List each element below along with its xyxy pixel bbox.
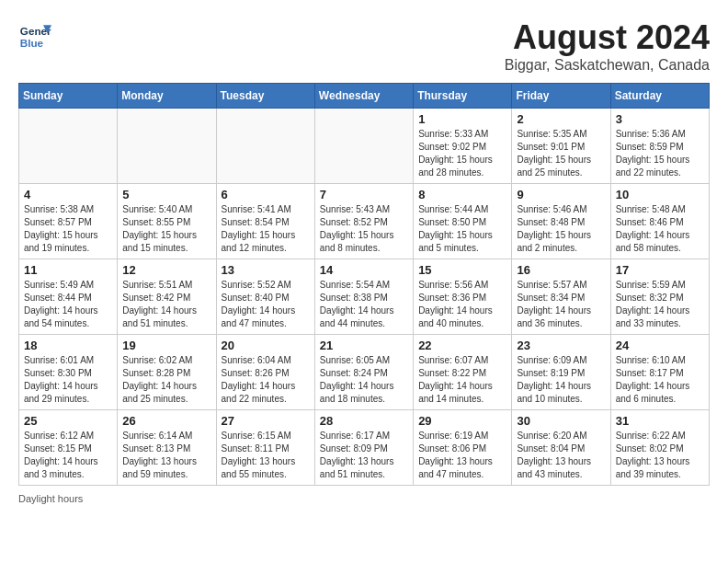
calendar-cell: 23Sunrise: 6:09 AMSunset: 8:19 PMDayligh… bbox=[512, 335, 610, 410]
calendar-cell bbox=[118, 109, 216, 184]
svg-text:Blue: Blue bbox=[20, 37, 44, 49]
day-info: Sunrise: 5:36 AMSunset: 8:59 PMDaylight:… bbox=[616, 128, 704, 179]
calendar-cell: 21Sunrise: 6:05 AMSunset: 8:24 PMDayligh… bbox=[314, 335, 413, 410]
day-info: Sunrise: 6:15 AMSunset: 8:11 PMDaylight:… bbox=[222, 430, 310, 481]
day-info: Sunrise: 5:35 AMSunset: 9:01 PMDaylight:… bbox=[517, 128, 605, 179]
day-number: 5 bbox=[122, 188, 210, 201]
day-header-monday: Monday bbox=[118, 84, 216, 109]
week-row-2: 4Sunrise: 5:38 AMSunset: 8:57 PMDaylight… bbox=[19, 184, 710, 259]
week-row-4: 18Sunrise: 6:01 AMSunset: 8:30 PMDayligh… bbox=[19, 335, 710, 410]
day-info: Sunrise: 6:19 AMSunset: 8:06 PMDaylight:… bbox=[418, 430, 506, 481]
day-number: 12 bbox=[122, 263, 210, 277]
week-row-5: 25Sunrise: 6:12 AMSunset: 8:15 PMDayligh… bbox=[19, 410, 710, 486]
day-number: 21 bbox=[320, 339, 408, 352]
calendar-cell: 14Sunrise: 5:54 AMSunset: 8:38 PMDayligh… bbox=[314, 259, 413, 335]
day-number: 15 bbox=[418, 263, 506, 277]
day-info: Sunrise: 5:49 AMSunset: 8:44 PMDaylight:… bbox=[24, 279, 112, 330]
calendar-cell: 25Sunrise: 6:12 AMSunset: 8:15 PMDayligh… bbox=[19, 410, 118, 486]
day-number: 6 bbox=[222, 188, 310, 201]
calendar-cell: 17Sunrise: 5:59 AMSunset: 8:32 PMDayligh… bbox=[610, 259, 709, 335]
calendar-cell: 1Sunrise: 5:33 AMSunset: 9:02 PMDaylight… bbox=[414, 109, 512, 184]
calendar-cell: 31Sunrise: 6:22 AMSunset: 8:02 PMDayligh… bbox=[610, 410, 709, 486]
calendar-cell: 10Sunrise: 5:48 AMSunset: 8:46 PMDayligh… bbox=[610, 184, 709, 259]
calendar-cell bbox=[314, 109, 413, 184]
logo-icon: General Blue bbox=[18, 18, 51, 52]
day-number: 9 bbox=[517, 188, 605, 201]
logo: General Blue bbox=[18, 18, 51, 52]
day-number: 16 bbox=[517, 263, 605, 277]
day-header-thursday: Thursday bbox=[414, 84, 512, 109]
day-number: 29 bbox=[418, 414, 506, 428]
day-info: Sunrise: 5:43 AMSunset: 8:52 PMDaylight:… bbox=[320, 203, 408, 255]
day-header-wednesday: Wednesday bbox=[314, 84, 413, 109]
footer-note: Daylight hours bbox=[18, 493, 710, 504]
day-info: Sunrise: 5:59 AMSunset: 8:32 PMDaylight:… bbox=[616, 279, 704, 330]
day-number: 25 bbox=[24, 414, 112, 428]
calendar-cell: 11Sunrise: 5:49 AMSunset: 8:44 PMDayligh… bbox=[19, 259, 118, 335]
day-number: 17 bbox=[616, 263, 704, 277]
day-info: Sunrise: 6:22 AMSunset: 8:02 PMDaylight:… bbox=[616, 430, 704, 481]
day-number: 1 bbox=[418, 112, 506, 126]
day-info: Sunrise: 5:54 AMSunset: 8:38 PMDaylight:… bbox=[320, 279, 408, 330]
calendar-cell: 29Sunrise: 6:19 AMSunset: 8:06 PMDayligh… bbox=[414, 410, 512, 486]
day-info: Sunrise: 5:38 AMSunset: 8:57 PMDaylight:… bbox=[24, 203, 112, 255]
day-number: 13 bbox=[222, 263, 310, 277]
title-area: August 2024 Biggar, Saskatchewan, Canada bbox=[505, 18, 710, 74]
day-number: 18 bbox=[24, 339, 112, 352]
day-info: Sunrise: 5:51 AMSunset: 8:42 PMDaylight:… bbox=[122, 279, 210, 330]
calendar-header: SundayMondayTuesdayWednesdayThursdayFrid… bbox=[19, 84, 710, 109]
day-number: 23 bbox=[517, 339, 605, 352]
day-info: Sunrise: 6:07 AMSunset: 8:22 PMDaylight:… bbox=[418, 354, 506, 406]
day-info: Sunrise: 6:10 AMSunset: 8:17 PMDaylight:… bbox=[616, 354, 704, 406]
day-info: Sunrise: 5:57 AMSunset: 8:34 PMDaylight:… bbox=[517, 279, 605, 330]
day-number: 30 bbox=[517, 414, 605, 428]
day-number: 22 bbox=[418, 339, 506, 352]
calendar-cell: 19Sunrise: 6:02 AMSunset: 8:28 PMDayligh… bbox=[118, 335, 216, 410]
calendar-cell: 6Sunrise: 5:41 AMSunset: 8:54 PMDaylight… bbox=[216, 184, 314, 259]
calendar-cell: 27Sunrise: 6:15 AMSunset: 8:11 PMDayligh… bbox=[216, 410, 314, 486]
day-number: 14 bbox=[320, 263, 408, 277]
day-number: 3 bbox=[616, 112, 704, 126]
calendar-table: SundayMondayTuesdayWednesdayThursdayFrid… bbox=[18, 83, 710, 486]
day-info: Sunrise: 5:33 AMSunset: 9:02 PMDaylight:… bbox=[418, 128, 506, 179]
day-number: 7 bbox=[320, 188, 408, 201]
day-info: Sunrise: 5:41 AMSunset: 8:54 PMDaylight:… bbox=[222, 203, 310, 255]
calendar-cell bbox=[19, 109, 118, 184]
day-info: Sunrise: 6:01 AMSunset: 8:30 PMDaylight:… bbox=[24, 354, 112, 406]
calendar-cell bbox=[216, 109, 314, 184]
calendar-cell: 28Sunrise: 6:17 AMSunset: 8:09 PMDayligh… bbox=[314, 410, 413, 486]
calendar-cell: 30Sunrise: 6:20 AMSunset: 8:04 PMDayligh… bbox=[512, 410, 610, 486]
location: Biggar, Saskatchewan, Canada bbox=[505, 57, 710, 74]
day-number: 27 bbox=[222, 414, 310, 428]
day-number: 24 bbox=[616, 339, 704, 352]
day-info: Sunrise: 5:40 AMSunset: 8:55 PMDaylight:… bbox=[122, 203, 210, 255]
calendar-cell: 5Sunrise: 5:40 AMSunset: 8:55 PMDaylight… bbox=[118, 184, 216, 259]
day-header-friday: Friday bbox=[512, 84, 610, 109]
calendar-cell: 18Sunrise: 6:01 AMSunset: 8:30 PMDayligh… bbox=[19, 335, 118, 410]
day-number: 20 bbox=[222, 339, 310, 352]
day-info: Sunrise: 5:48 AMSunset: 8:46 PMDaylight:… bbox=[616, 203, 704, 255]
day-number: 2 bbox=[517, 112, 605, 126]
calendar-cell: 15Sunrise: 5:56 AMSunset: 8:36 PMDayligh… bbox=[414, 259, 512, 335]
calendar-cell: 22Sunrise: 6:07 AMSunset: 8:22 PMDayligh… bbox=[414, 335, 512, 410]
calendar-cell: 9Sunrise: 5:46 AMSunset: 8:48 PMDaylight… bbox=[512, 184, 610, 259]
week-row-3: 11Sunrise: 5:49 AMSunset: 8:44 PMDayligh… bbox=[19, 259, 710, 335]
calendar-cell: 26Sunrise: 6:14 AMSunset: 8:13 PMDayligh… bbox=[118, 410, 216, 486]
day-info: Sunrise: 6:02 AMSunset: 8:28 PMDaylight:… bbox=[122, 354, 210, 406]
week-row-1: 1Sunrise: 5:33 AMSunset: 9:02 PMDaylight… bbox=[19, 109, 710, 184]
day-info: Sunrise: 6:14 AMSunset: 8:13 PMDaylight:… bbox=[122, 430, 210, 481]
month-year: August 2024 bbox=[505, 18, 710, 57]
calendar-cell: 2Sunrise: 5:35 AMSunset: 9:01 PMDaylight… bbox=[512, 109, 610, 184]
day-info: Sunrise: 5:44 AMSunset: 8:50 PMDaylight:… bbox=[418, 203, 506, 255]
calendar-cell: 7Sunrise: 5:43 AMSunset: 8:52 PMDaylight… bbox=[314, 184, 413, 259]
calendar-cell: 8Sunrise: 5:44 AMSunset: 8:50 PMDaylight… bbox=[414, 184, 512, 259]
day-number: 4 bbox=[24, 188, 112, 201]
day-number: 19 bbox=[122, 339, 210, 352]
header: General Blue August 2024 Biggar, Saskatc… bbox=[18, 18, 710, 74]
day-header-sunday: Sunday bbox=[19, 84, 118, 109]
day-info: Sunrise: 6:20 AMSunset: 8:04 PMDaylight:… bbox=[517, 430, 605, 481]
day-number: 26 bbox=[122, 414, 210, 428]
day-number: 11 bbox=[24, 263, 112, 277]
day-number: 28 bbox=[320, 414, 408, 428]
calendar-cell: 4Sunrise: 5:38 AMSunset: 8:57 PMDaylight… bbox=[19, 184, 118, 259]
